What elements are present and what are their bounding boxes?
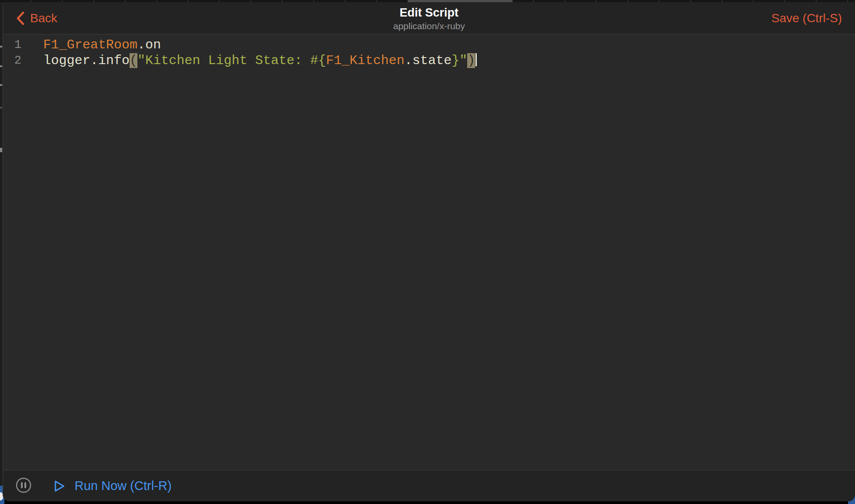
play-outline-icon: [54, 480, 65, 493]
clipped-text-fragment: [0, 46, 2, 48]
code-line-content: logger.info("Kitchen Light State: #{F1_K…: [21, 53, 477, 68]
code-token-plain: .state: [404, 53, 451, 68]
modal-toolbar: Run Now (Ctrl-R): [3, 470, 855, 501]
code-token-constant: F1_Kitchen: [326, 53, 404, 68]
pause-circle-icon: [15, 477, 32, 495]
code-token-string: "Kitchen Light State: #{: [137, 53, 326, 68]
text-cursor: [475, 53, 477, 66]
code-token-plain: logger.info: [43, 53, 130, 68]
run-now-button[interactable]: Run Now (Ctrl-R): [54, 479, 171, 493]
modal-navbar: Back Edit Script application/x-ruby Save…: [3, 2, 855, 34]
code-token-constant: F1_GreatRoom: [43, 37, 137, 52]
back-button-label: Back: [30, 11, 57, 25]
run-now-label: Run Now (Ctrl-R): [75, 479, 171, 493]
code-token-string: }": [451, 53, 467, 68]
edit-script-modal: Back Edit Script application/x-ruby Save…: [3, 2, 855, 501]
clipped-text-fragment: [0, 84, 2, 86]
navbar-title-block: Edit Script application/x-ruby: [393, 6, 465, 31]
code-line-1[interactable]: 1 F1_GreatRoom.on: [3, 37, 855, 53]
code-editor[interactable]: 1 F1_GreatRoom.on 2 logger.info("Kitchen…: [3, 34, 855, 470]
script-mime-type: application/x-ruby: [393, 21, 465, 31]
line-number: 1: [3, 37, 21, 53]
save-button[interactable]: Save (Ctrl-S): [771, 11, 842, 25]
clipped-text-fragment: [0, 107, 2, 109]
line-number: 2: [3, 53, 21, 68]
pause-button[interactable]: [15, 477, 32, 495]
clipped-text-fragment: [0, 148, 2, 152]
page-title: Edit Script: [393, 6, 465, 20]
code-line-content: F1_GreatRoom.on: [21, 37, 161, 53]
code-token-plain: .on: [137, 37, 161, 52]
matched-bracket-close: ): [467, 53, 475, 68]
code-line-2[interactable]: 2 logger.info("Kitchen Light State: #{F1…: [3, 53, 855, 68]
clipped-text-fragment: [0, 65, 2, 67]
back-button[interactable]: Back: [16, 11, 57, 25]
chevron-left-icon: [16, 11, 25, 25]
matched-bracket-open: (: [130, 53, 137, 68]
